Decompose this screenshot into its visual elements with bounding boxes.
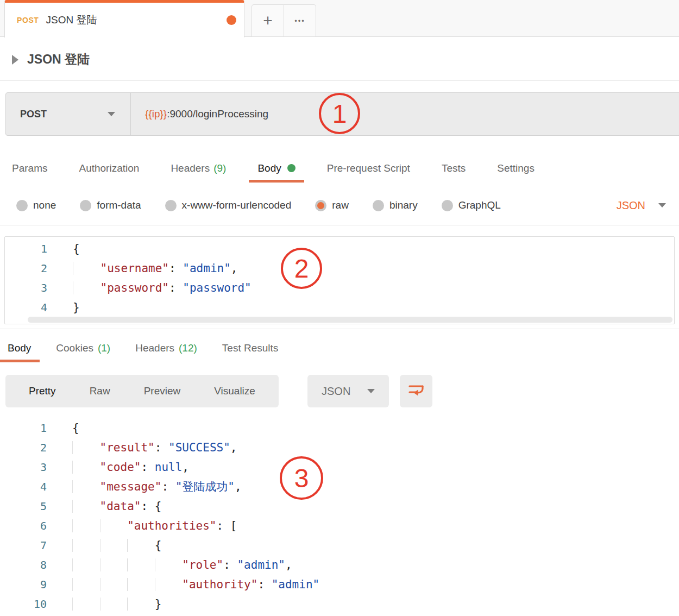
- request-tabs: Params Authorization Headers(9) Body Pre…: [0, 154, 679, 183]
- tab-response-headers[interactable]: Headers(12): [135, 334, 197, 362]
- response-view-switch: Pretty Raw Preview Visualize: [5, 375, 279, 407]
- request-tab-active[interactable]: POST JSON 登陆: [4, 0, 244, 37]
- radio-icon: [16, 200, 28, 211]
- body-mode-urlencoded[interactable]: x-www-form-urlencoded: [165, 199, 292, 211]
- code-line: 7 {: [4, 536, 675, 555]
- response-body-viewer[interactable]: 1{ 2 "result": "SUCCESS", 3 "code": null…: [4, 417, 675, 616]
- view-visualize[interactable]: Visualize: [197, 385, 272, 397]
- code-line: 3 "code": null,: [4, 457, 675, 477]
- line-number: 7: [4, 539, 47, 552]
- line-number: 8: [4, 558, 47, 571]
- line-number: 4: [4, 480, 47, 493]
- divider: [0, 225, 679, 225]
- line-number: 3: [5, 281, 47, 294]
- unsaved-dot-icon: [227, 15, 236, 25]
- code-line: 2 "result": "SUCCESS",: [4, 438, 675, 457]
- radio-icon: [442, 200, 453, 211]
- new-tab-button[interactable]: +: [252, 4, 284, 37]
- horizontal-scrollbar[interactable]: [28, 317, 672, 323]
- code-line: 8 "role": "admin",: [4, 555, 675, 575]
- body-type-value: JSON: [617, 199, 645, 212]
- chevron-down-icon: [367, 389, 375, 393]
- tab-settings[interactable]: Settings: [497, 154, 535, 183]
- response-headers-count: (12): [179, 342, 197, 354]
- code-line: 4 "message": "登陆成功",: [4, 477, 675, 496]
- method-select-value: POST: [20, 109, 47, 120]
- tab-response-body[interactable]: Body: [8, 334, 31, 362]
- line-number: 1: [5, 242, 47, 255]
- body-mode-raw[interactable]: raw: [315, 199, 349, 211]
- url-variable: {{ip}}: [145, 108, 167, 120]
- response-tabs: Body Cookies(1) Headers(12) Test Results: [0, 334, 679, 362]
- tab-cookies[interactable]: Cookies(1): [56, 334, 110, 362]
- tab-bar: POST JSON 登陆 + •••: [0, 0, 679, 37]
- url-input[interactable]: {{ip}}:9000/loginProcessing: [131, 108, 268, 120]
- code-line: 9 "authority": "admin": [4, 575, 675, 594]
- radio-icon: [373, 200, 384, 211]
- code-line: 1{: [5, 239, 674, 259]
- line-number: 5: [4, 500, 47, 513]
- code-line: 10 }: [4, 594, 675, 614]
- tab-test-results[interactable]: Test Results: [222, 334, 278, 362]
- tab-tests[interactable]: Tests: [442, 154, 466, 183]
- wrap-text-button[interactable]: [400, 375, 432, 407]
- response-format-value: JSON: [322, 385, 350, 398]
- line-number: 2: [5, 262, 47, 275]
- wrap-text-icon: [407, 382, 425, 401]
- request-url-bar: POST {{ip}}:9000/loginProcessing: [5, 92, 679, 136]
- code-line: 6 "authorities": [: [4, 516, 675, 536]
- view-preview[interactable]: Preview: [127, 385, 198, 397]
- body-type-select[interactable]: JSON: [617, 199, 666, 212]
- code-line: 3 "password": "password": [5, 278, 674, 298]
- request-body-editor[interactable]: 1{ 2 "username": "admin", 3 "password": …: [4, 236, 675, 324]
- body-set-dot-icon: [287, 164, 296, 172]
- tab-params[interactable]: Params: [12, 154, 47, 183]
- method-select[interactable]: POST: [6, 93, 131, 135]
- tab-authorization[interactable]: Authorization: [79, 154, 139, 183]
- line-number: 10: [4, 598, 47, 611]
- line-number: 2: [4, 441, 47, 454]
- code-line: 4}: [5, 298, 674, 317]
- line-number: 4: [5, 301, 47, 314]
- radio-icon: [165, 200, 177, 211]
- radio-selected-icon: [315, 200, 326, 211]
- line-number: 1: [4, 422, 47, 435]
- tab-pre-request-script[interactable]: Pre-request Script: [327, 154, 410, 183]
- response-format-select[interactable]: JSON: [307, 375, 389, 407]
- code-line: 2 "username": "admin",: [5, 259, 674, 278]
- body-mode-binary[interactable]: binary: [373, 199, 418, 211]
- divider: [0, 329, 679, 329]
- cookies-count: (1): [98, 342, 110, 354]
- view-raw[interactable]: Raw: [73, 385, 127, 397]
- collapse-caret-icon[interactable]: [12, 55, 18, 65]
- active-tab-underline: [0, 360, 40, 362]
- method-badge: POST: [17, 16, 39, 24]
- chevron-down-icon: [658, 203, 666, 208]
- tab-buttons: + •••: [252, 4, 316, 37]
- body-mode-form-data[interactable]: form-data: [80, 199, 141, 211]
- radio-icon: [80, 200, 91, 211]
- body-mode-row: none form-data x-www-form-urlencoded raw…: [0, 194, 679, 216]
- active-tab-underline: [249, 180, 304, 183]
- more-tabs-button[interactable]: •••: [284, 4, 316, 37]
- tab-body[interactable]: Body: [257, 154, 295, 183]
- body-mode-none[interactable]: none: [16, 199, 56, 211]
- page-title: JSON 登陆: [27, 51, 90, 68]
- headers-count: (9): [213, 162, 226, 174]
- request-title-row: JSON 登陆: [12, 51, 90, 68]
- tab-headers[interactable]: Headers(9): [171, 154, 226, 183]
- line-number: 6: [4, 519, 47, 532]
- body-mode-graphql[interactable]: GraphQL: [442, 199, 501, 211]
- url-path: :9000/loginProcessing: [167, 108, 268, 120]
- code-line: 5 "data": {: [4, 496, 675, 516]
- chevron-down-icon: [108, 112, 115, 116]
- line-number: 3: [4, 461, 47, 474]
- code-line: 1{: [4, 418, 675, 438]
- divider: [0, 80, 679, 81]
- view-pretty[interactable]: Pretty: [12, 385, 73, 397]
- line-number: 9: [4, 578, 47, 591]
- tab-title: JSON 登陆: [46, 13, 97, 27]
